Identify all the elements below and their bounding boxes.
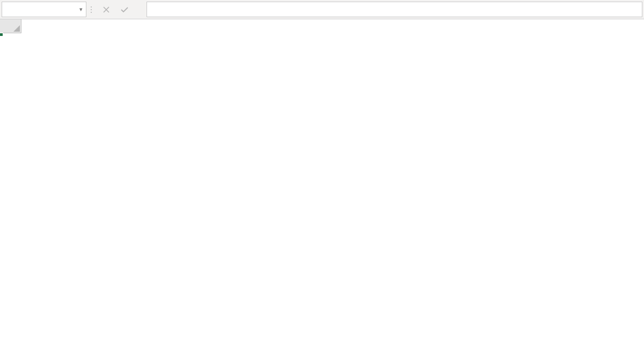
active-cell-selection: [0, 33, 2, 35]
fill-handle[interactable]: [0, 33, 3, 36]
formula-bar-controls: [86, 0, 141, 19]
formula-input[interactable]: [147, 2, 642, 17]
check-icon: [120, 6, 129, 13]
cancel-button[interactable]: [97, 2, 115, 17]
name-box[interactable]: ▾: [2, 2, 86, 17]
select-all-triangle-icon: [13, 25, 20, 32]
x-icon: [103, 6, 110, 13]
chevron-down-icon[interactable]: ▾: [79, 6, 83, 12]
select-all-corner[interactable]: [0, 19, 21, 33]
worksheet: [0, 19, 644, 33]
formula-bar: ▾: [0, 0, 644, 19]
drag-dots-icon: [90, 4, 93, 16]
enter-button[interactable]: [115, 2, 134, 17]
